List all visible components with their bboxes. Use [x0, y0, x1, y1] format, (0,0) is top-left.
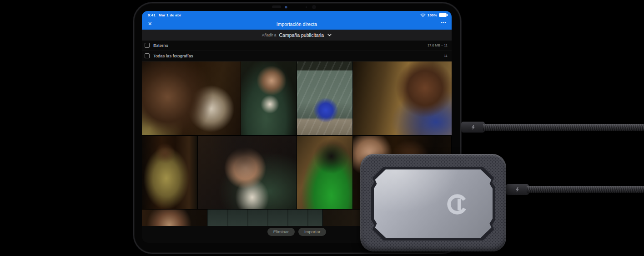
scene: 9:41 Mar 1 de abr 100% ✕ Importación dir…: [0, 0, 644, 256]
chevron-down-icon: [327, 34, 332, 36]
app-header: ✕ Importación directa •••: [142, 19, 452, 30]
bezel-camera-dot: [312, 5, 316, 9]
page-title: Importación directa: [277, 21, 317, 27]
photo-thumbnail-r1c4[interactable]: [353, 61, 452, 135]
photo-thumbnail-r1c2[interactable]: [241, 61, 297, 135]
photo-thumbnail-r1c3[interactable]: [297, 61, 352, 135]
g-drive-logo-icon: [446, 193, 469, 216]
thunderbolt-icon: [472, 125, 475, 130]
close-icon[interactable]: ✕: [148, 20, 152, 28]
album-selector-value[interactable]: Campaña publicitaria: [279, 32, 324, 38]
photo-thumbnail-r2c2[interactable]: [198, 136, 297, 209]
checkbox-todas[interactable]: [145, 53, 150, 58]
photo-thumbnail-r2c3[interactable]: [297, 136, 352, 209]
source-row-todas[interactable]: Todas las fotografías 11: [142, 51, 452, 61]
photo-thumbnail-r3c2[interactable]: [207, 210, 322, 226]
front-camera-pill: [272, 5, 281, 8]
checkbox-externo[interactable]: [145, 43, 150, 48]
bezel-sensor-dot: [306, 6, 307, 8]
external-ssd-drive: [360, 154, 506, 251]
source-meta: 17.6 MB – 11: [428, 43, 448, 47]
source-meta: 11: [444, 54, 448, 58]
source-label: Externo: [153, 43, 428, 48]
photo-thumbnail-r2c1[interactable]: [142, 136, 197, 209]
front-camera-lens-icon: [285, 6, 287, 9]
wifi-icon: [420, 13, 426, 17]
battery-percent: 100%: [428, 13, 437, 17]
status-date: Mar 1 de abr: [159, 13, 181, 17]
more-options-icon[interactable]: •••: [441, 19, 447, 27]
battery-icon: [439, 13, 447, 17]
usb-c-connector-bottom: [506, 184, 529, 195]
thunderbolt-icon: [516, 187, 519, 192]
ssd-metal-plate: [374, 169, 493, 238]
delete-button[interactable]: Eliminar: [267, 228, 295, 236]
photo-thumbnail-r3c1[interactable]: [142, 210, 207, 226]
photo-thumbnail-r1c1[interactable]: [142, 61, 241, 135]
add-to-label: Añadir a: [262, 33, 277, 37]
status-bar: 9:41 Mar 1 de abr 100%: [142, 11, 452, 19]
source-row-externo[interactable]: Externo 17.6 MB – 11: [142, 41, 452, 51]
add-to-bar[interactable]: Añadir a Campaña publicitaria: [142, 30, 452, 41]
braided-cable-top: [483, 124, 644, 131]
usb-c-connector-top: [461, 122, 485, 133]
braided-cable-bottom: [527, 186, 644, 193]
status-time: 9:41: [148, 13, 156, 17]
source-label: Todas las fotografías: [153, 53, 444, 58]
import-button[interactable]: Importar: [298, 228, 326, 236]
